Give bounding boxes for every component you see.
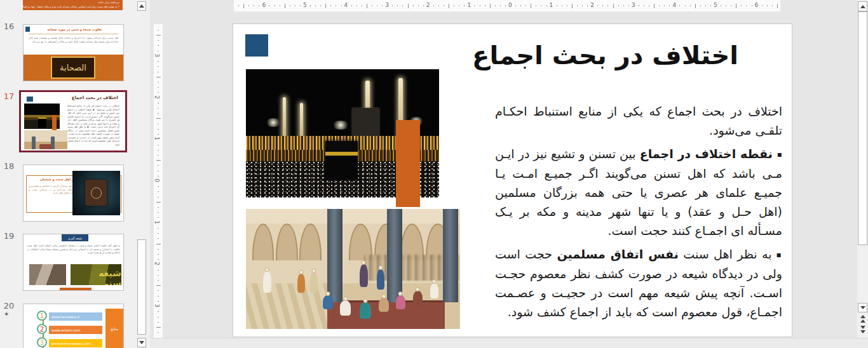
animation-star-icon: ✶: [4, 311, 9, 318]
thumbnail-panel-scrollbar[interactable]: [137, 0, 147, 348]
thumb19-calligraphy-art: شیعه سنی: [71, 264, 121, 285]
seated-figure: [360, 302, 371, 319]
main-scrollbar-thumb[interactable]: [858, 11, 867, 245]
figure-head: [378, 265, 383, 270]
double-down-arrow-icon: [860, 326, 865, 329]
thumb16-calligraphy-frame: الصحابة: [51, 57, 95, 79]
thumb15-text-line1: می‌باشند برابر بدانند: [98, 1, 119, 4]
thumb16-orange-banner: الصحابة: [24, 55, 123, 81]
thumb18-quran-image: [72, 171, 120, 215]
previous-slide-button[interactable]: [858, 314, 867, 323]
thumb16-blue-square: [25, 27, 30, 32]
thumb16-divider: [29, 34, 118, 34]
thumb17-slide: اختلاف در بحث اجماع اختلاف در بحث اجماع …: [23, 93, 123, 149]
scroll-down-icon: [139, 341, 144, 344]
thumb16-calligraphy-text: الصحابة: [60, 63, 86, 72]
blue-accent-square[interactable]: [245, 34, 268, 57]
arch: [299, 224, 321, 261]
thumb19-title: نتیجه گیری: [68, 236, 82, 240]
thumb17-kaaba-cube: [38, 117, 46, 128]
thumbnail-slide-19[interactable]: نتیجه گیری به طور کلی تفاوت اصلی شیعه و …: [23, 234, 124, 291]
thumbnail-slide-17-selected[interactable]: اختلاف در بحث اجماع اختلاف در بحث اجماع …: [19, 90, 127, 152]
minaret: [283, 97, 286, 138]
thumb20-number-circle-1: 1: [37, 311, 47, 321]
thumbnail-scrollbar-thumb[interactable]: [137, 239, 146, 335]
scroll-up-icon: [860, 5, 865, 8]
thumb20-link-1: www.farsidars.ir: [51, 315, 79, 319]
thumb20-link-bar-1: www.farsidars.ir: [49, 312, 102, 321]
thumb20-number-circle-2: 2: [37, 324, 47, 334]
thumb19-title-box: نتیجه گیری: [62, 234, 88, 241]
thumb18-quran-medallion: [91, 187, 102, 199]
thumb17-painting-carpet: [39, 144, 52, 149]
thumb17-painting-mini: [24, 130, 67, 149]
slide-body-text[interactable]: اختلاف در بحث اجماع که یکی از منابع استن…: [495, 102, 782, 326]
thumb17-painting-column: [32, 137, 35, 149]
floodlight-glow: [331, 121, 350, 130]
slide-thumbnail-panel: می‌باشند برابر بدانند * به عقیده اهل سنت…: [0, 0, 150, 348]
slide-number-20: 20: [1, 301, 17, 311]
seated-figure: [413, 291, 423, 306]
column: [327, 209, 342, 302]
thumbnail-slide-16[interactable]: تفاوت شیعه و سنی در مورد صحابه اهل سنت ب…: [23, 24, 124, 81]
orange-accent-bar[interactable]: [396, 120, 420, 207]
slide-title[interactable]: اختلاف در بحث اجماع: [294, 41, 738, 70]
thumb20-sources-label: منابع: [111, 326, 118, 331]
vertical-ruler: 3210123: [154, 24, 163, 338]
figure: [377, 269, 384, 290]
figure-head: [381, 294, 386, 298]
thumb20-link-3: www.tehransazan.com: [51, 342, 91, 345]
scroll-up-icon: [139, 4, 144, 8]
slide-number-16: 16: [1, 22, 17, 31]
seated-figure: [323, 295, 333, 309]
figure-head: [363, 298, 367, 303]
arch: [276, 224, 297, 261]
thumb20-link-bar-3: www.tehransazan.com: [49, 339, 102, 347]
status-bar-strip: [150, 338, 868, 348]
powerpoint-window: می‌باشند برابر بدانند * به عقیده اهل سنت…: [0, 0, 868, 348]
thumbnail-slide-18[interactable]: قرآن در اهل سنت و شیعیان شیعه و اهل سنت …: [23, 164, 124, 222]
horizontal-ruler: 6543210123456: [234, 0, 780, 11]
thumbnail-slide-15-partial[interactable]: می‌باشند برابر بدانند * به عقیده اهل سنت…: [23, 0, 123, 10]
tiled-floor: [246, 283, 332, 329]
column: [387, 209, 402, 302]
slide-number-18: 18: [1, 161, 17, 171]
figure-head: [326, 291, 330, 296]
figure: [263, 271, 271, 293]
figure-head: [362, 260, 366, 265]
next-slide-button[interactable]: [858, 325, 867, 334]
figure-head: [299, 270, 303, 274]
thumb18-quran-book: [85, 180, 107, 206]
main-scroll-up-button[interactable]: [858, 1, 867, 11]
figure: [360, 264, 368, 287]
main-vertical-scrollbar[interactable]: [857, 0, 868, 338]
thumb19-art-text: شیعه سنی: [76, 268, 121, 285]
figure-head: [343, 297, 348, 301]
figure-head: [398, 291, 403, 296]
thumb19-photo-left: [29, 264, 66, 285]
double-down-arrow-icon: [860, 330, 865, 333]
thumb20-number-circle-3: 3: [37, 337, 47, 347]
thumb20-link-bar-2: www.setare.com: [49, 326, 102, 334]
seated-figure: [430, 283, 438, 298]
thumb16-body: اهل سنت برای صحابه رسول خدا احترام و عدا…: [29, 36, 118, 53]
mosque-courtyard-painting[interactable]: [246, 209, 460, 329]
figure-head: [265, 267, 269, 272]
slide-number-19: 19: [1, 231, 17, 241]
seated-figure: [340, 300, 351, 316]
thumbnail-scroll-down-button[interactable]: [137, 338, 146, 347]
thumb20-sources-bar: منابع: [105, 309, 123, 348]
column: [443, 209, 458, 302]
figure-head: [432, 279, 437, 284]
thumbnail-scroll-up-button[interactable]: [137, 1, 146, 11]
slide-canvas[interactable]: اختلاف در بحث اجماع اختلاف در بحث اجماع …: [233, 23, 792, 337]
thumb17-title: اختلاف در بحث اجماع: [72, 95, 118, 100]
main-scroll-down-button[interactable]: [858, 303, 867, 312]
thumb19-orange-strip: [60, 288, 92, 290]
background-building: [352, 108, 379, 136]
scroll-down-icon: [860, 306, 865, 309]
double-up-arrow-icon: [860, 319, 865, 323]
arch: [252, 224, 274, 261]
minaret: [300, 103, 303, 139]
thumbnail-slide-20[interactable]: منابع www.farsidars.ir 1 www.setare.com …: [23, 304, 124, 348]
